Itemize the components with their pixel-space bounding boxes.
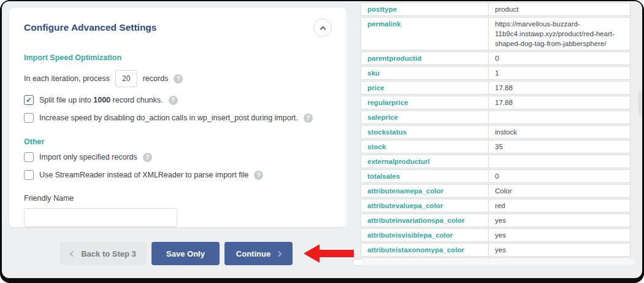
- streamreader-checkbox[interactable]: [24, 170, 34, 180]
- save-only-button[interactable]: Save Only: [151, 242, 220, 265]
- table-key: stock: [361, 141, 489, 153]
- import-specified-checkbox[interactable]: [24, 152, 34, 162]
- friendly-name-input[interactable]: [24, 208, 177, 227]
- table-value: red: [489, 200, 630, 212]
- table-value: https://marvellous-buzzard-11b9c4.instaw…: [489, 18, 630, 50]
- red-arrow-annotation: [304, 244, 354, 263]
- table-key: permalink: [361, 18, 489, 50]
- table-row: attributevaluepa_color red: [361, 199, 631, 212]
- disable-doaction-row: Increase speed by disabling do_action ca…: [24, 113, 332, 123]
- table-value: 0: [489, 52, 630, 64]
- streamreader-label: Use StreamReader instead of XMLReader to…: [39, 171, 248, 179]
- records-per-iteration-input[interactable]: [115, 70, 137, 87]
- table-key: price: [361, 82, 489, 94]
- iteration-prefix-label: In each iteration, process: [24, 74, 110, 83]
- table-key: attributeisvisiblepa_color: [361, 229, 489, 241]
- table-row: regularprice 17.88: [361, 96, 631, 109]
- table-key: externalproducturl: [361, 155, 489, 168]
- table-key: stockstatus: [361, 126, 489, 138]
- table-value: Color: [489, 185, 630, 197]
- other-section-heading: Other: [24, 138, 332, 146]
- table-value: yes: [489, 229, 630, 241]
- table-row: stockstatus instock: [361, 125, 631, 139]
- disable-doaction-label: Increase speed by disabling do_action ca…: [39, 114, 298, 122]
- table-key: saleprice: [361, 111, 489, 123]
- table-value: 0: [489, 170, 630, 182]
- back-to-step-3-button[interactable]: Back to Step 3: [60, 242, 147, 265]
- continue-button[interactable]: Continue: [224, 242, 293, 265]
- table-value: 1: [489, 67, 630, 79]
- split-chunks-label: Split file up into 1000 record chunks.: [39, 96, 163, 104]
- horizontal-scrollbar[interactable]: [353, 260, 636, 265]
- help-icon[interactable]: ?: [254, 171, 263, 180]
- chevron-up-icon: [320, 26, 326, 32]
- table-value: 17.88: [489, 96, 630, 109]
- table-value: 35: [489, 141, 630, 153]
- split-chunks-row: Split file up into 1000 record chunks. ?: [24, 95, 332, 105]
- record-preview-panel: posttype product permalink https://marve…: [361, 2, 631, 262]
- table-value: yes: [489, 244, 630, 256]
- table-row: totalsales 0: [361, 169, 631, 183]
- table-key: attributenamepa_color: [361, 185, 489, 197]
- collapse-panel-button[interactable]: [313, 18, 332, 37]
- table-key: sku: [361, 67, 489, 79]
- chevron-left-icon: [70, 250, 76, 257]
- table-row: sku 1: [361, 66, 631, 80]
- screenshot-stage: Configure Advanced Settings Import Speed…: [0, 0, 644, 283]
- table-value: 17.88: [489, 82, 630, 94]
- streamreader-row: Use StreamReader instead of XMLReader to…: [24, 170, 332, 180]
- table-value: instock: [489, 126, 630, 138]
- vertical-scrollbar-thumb[interactable]: [638, 91, 642, 115]
- table-value: [489, 111, 630, 123]
- table-row: permalink https://marvellous-buzzard-11b…: [361, 17, 631, 50]
- import-specified-label: Import only specified records: [39, 153, 137, 161]
- table-row: price 17.88: [361, 81, 631, 95]
- wizard-footer: Back to Step 3 Save Only Continue: [60, 242, 354, 265]
- table-row: attributeinvariationspa_color yes: [361, 214, 631, 227]
- help-icon[interactable]: ?: [304, 114, 313, 123]
- iteration-suffix-label: records: [143, 74, 169, 83]
- table-row: attributeistaxonomypa_color yes: [361, 243, 631, 257]
- table-value: [489, 155, 630, 168]
- table-key: attributeistaxonomypa_color: [361, 244, 489, 256]
- table-row: saleprice: [361, 110, 631, 124]
- table-row: externalproducturl: [361, 155, 631, 168]
- help-icon[interactable]: ?: [169, 96, 178, 105]
- table-row: posttype product: [361, 2, 631, 16]
- table-row: parentproductid 0: [361, 52, 631, 65]
- disable-doaction-checkbox[interactable]: [24, 113, 34, 123]
- table-row: attributenamepa_color Color: [361, 184, 631, 198]
- table-value: yes: [489, 214, 630, 227]
- table-key: totalsales: [361, 170, 489, 182]
- iteration-row: In each iteration, process records ?: [24, 70, 332, 87]
- table-key: attributeinvariationspa_color: [361, 214, 489, 227]
- screen-background: Configure Advanced Settings Import Speed…: [2, 1, 642, 278]
- table-row: stock 35: [361, 140, 631, 153]
- chevron-right-icon: [276, 250, 282, 257]
- help-icon[interactable]: ?: [143, 153, 152, 162]
- table-key: parentproductid: [361, 52, 489, 64]
- table-key: regularprice: [361, 96, 489, 109]
- advanced-settings-card: Configure Advanced Settings Import Speed…: [9, 8, 347, 227]
- split-chunks-checkbox[interactable]: [24, 95, 34, 105]
- horizontal-scrollbar-thumb[interactable]: [353, 260, 364, 265]
- table-key: attributevaluepa_color: [361, 200, 489, 212]
- import-specified-row: Import only specified records ?: [24, 152, 332, 162]
- table-key: posttype: [361, 3, 489, 15]
- help-icon[interactable]: ?: [174, 74, 183, 83]
- kv-table-body: posttype product permalink https://marve…: [361, 2, 631, 262]
- friendly-name-label: Friendly Name: [24, 194, 332, 203]
- speed-section-heading: Import Speed Optimization: [24, 53, 332, 62]
- page-title: Configure Advanced Settings: [24, 22, 156, 33]
- table-row: attributeisvisiblepa_color yes: [361, 228, 631, 242]
- table-value: product: [489, 3, 630, 15]
